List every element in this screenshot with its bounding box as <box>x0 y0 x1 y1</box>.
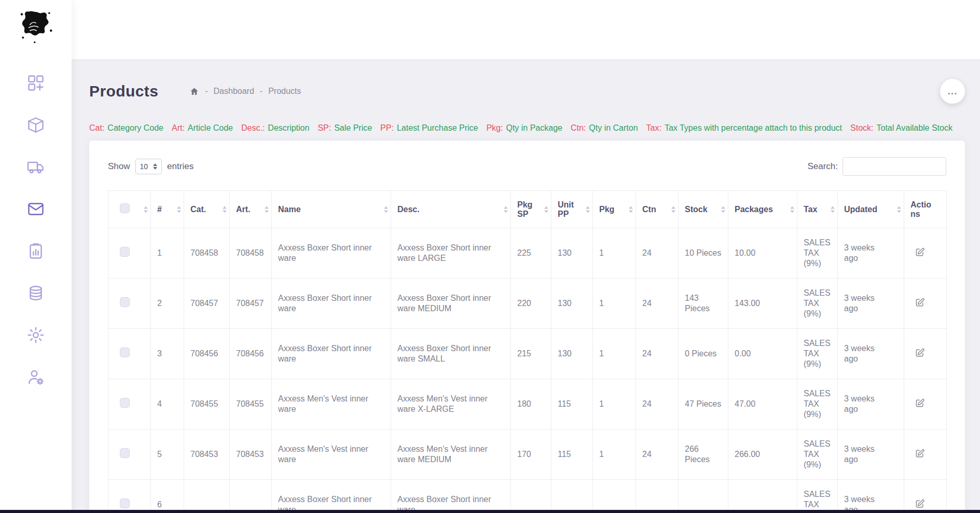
box-icon <box>26 116 45 134</box>
cell-updated: 3 weeks ago <box>838 329 904 379</box>
clipboard-chart-icon <box>26 242 45 260</box>
table-row: 2 708457 708457 Axxess Boxer Short inner… <box>108 279 947 329</box>
cell-description: Axxess Men's Vest inner ware MEDIUM <box>391 429 511 480</box>
column-header-sel[interactable] <box>108 191 151 228</box>
column-header-label: Desc. <box>397 205 420 214</box>
column-header-label: Tax <box>804 205 817 214</box>
select-all-checkbox[interactable] <box>120 203 130 213</box>
grid-plus-icon <box>26 74 45 92</box>
row-checkbox[interactable] <box>120 297 130 307</box>
cell-select <box>108 279 151 329</box>
sort-icon <box>831 206 835 213</box>
sort-icon <box>223 206 227 213</box>
app-logo[interactable] <box>17 7 54 45</box>
edit-row-button[interactable] <box>915 348 925 358</box>
legend-label: Tax: <box>646 123 661 132</box>
home-icon[interactable] <box>189 87 199 96</box>
cell-actions <box>904 329 947 379</box>
row-checkbox[interactable] <box>120 498 130 508</box>
cell-actions <box>904 480 947 513</box>
legend-text: Article Code <box>188 123 233 132</box>
table-row: 5 708453 708453 Axxess Men's Vest inner … <box>108 429 947 480</box>
sidebar-item-reports[interactable] <box>23 239 48 264</box>
legend-label: Cat: <box>89 123 104 132</box>
search-input[interactable] <box>843 157 946 176</box>
column-header-updated[interactable]: Updated <box>838 191 904 228</box>
sidebar-item-products[interactable] <box>23 113 48 137</box>
sidebar-item-finance[interactable] <box>23 281 48 306</box>
legend-text: Latest Purchase Price <box>397 123 478 132</box>
edit-row-button[interactable] <box>915 498 925 509</box>
cell-description: Axxess Boxer Short inner ware LARGE <box>391 228 511 279</box>
legend-text: Qty in Package <box>506 123 562 132</box>
cell-pkg-sp: 215 <box>511 329 551 379</box>
legend-text: Qty in Carton <box>589 123 638 132</box>
legend-text: Tax Types with percentage attach to this… <box>665 123 842 132</box>
cell-ctn: 24 <box>636 329 679 379</box>
breadcrumb-products[interactable]: Products <box>268 87 301 96</box>
column-header-art[interactable]: Art. <box>230 191 272 228</box>
cell-updated: 3 weeks ago <box>838 379 904 429</box>
row-checkbox[interactable] <box>120 247 130 257</box>
sidebar-item-settings[interactable] <box>23 323 48 348</box>
sort-icon <box>504 206 508 213</box>
column-header-label: Art. <box>236 205 251 214</box>
cell-updated: 3 weeks ago <box>838 228 904 279</box>
cell-unit-pp: 130 <box>551 228 593 279</box>
products-table-body: 1 708458 708458 Axxess Boxer Short inner… <box>108 228 947 513</box>
cell-actions <box>904 228 947 279</box>
column-header-number[interactable]: # <box>151 191 184 228</box>
sort-icon <box>144 206 148 213</box>
sidebar-item-inbox[interactable] <box>23 197 48 221</box>
column-header-packages[interactable]: Packages <box>728 191 797 228</box>
row-checkbox[interactable] <box>120 448 130 458</box>
cell-article-code: 708453 <box>230 429 272 480</box>
column-header-stock[interactable]: Stock <box>679 191 728 228</box>
cell-tax: SALES TAX (9%) <box>797 379 838 429</box>
cell-actions <box>904 429 947 480</box>
table-row: 4 708455 708455 Axxess Men's Vest inner … <box>108 379 947 429</box>
edit-row-button[interactable] <box>915 448 925 459</box>
edit-row-button[interactable] <box>915 247 925 257</box>
edit-row-button[interactable] <box>915 398 925 408</box>
breadcrumb-dashboard[interactable]: Dashboard <box>214 87 254 96</box>
cell-pkg-sp: 180 <box>511 379 551 429</box>
column-header-unit_pp[interactable]: Unit PP <box>551 191 593 228</box>
table-row: 3 708456 708456 Axxess Boxer Short inner… <box>108 329 947 379</box>
more-options-button[interactable]: ... <box>940 79 965 104</box>
cell-pkg-sp: 170 <box>511 429 551 480</box>
column-header-cat[interactable]: Cat. <box>184 191 230 228</box>
column-header-ctn[interactable]: Ctn <box>636 191 679 228</box>
sidebar-item-dashboard[interactable] <box>23 71 48 95</box>
column-header-name[interactable]: Name <box>272 191 391 228</box>
cell-ctn: 24 <box>636 228 679 279</box>
cell-pkg-sp <box>511 480 551 513</box>
sort-icon <box>265 206 269 213</box>
cell-name: Axxess Boxer Short inner ware <box>272 329 391 379</box>
cell-category-code: 708457 <box>184 279 230 329</box>
column-header-desc[interactable]: Desc. <box>391 191 511 228</box>
legend-text: Total Available Stock <box>877 123 953 132</box>
cell-pkg <box>593 480 636 513</box>
ink-splat-logo-icon <box>17 7 54 45</box>
column-header-pkg_sp[interactable]: Pkg SP <box>511 191 551 228</box>
legend-label: Art: <box>172 123 185 132</box>
cell-updated: 3 weeks ago <box>838 429 904 480</box>
cell-pkg: 1 <box>593 429 636 480</box>
row-checkbox[interactable] <box>120 398 130 408</box>
cell-stock: 143 Pieces <box>679 279 728 329</box>
topbar <box>0 0 980 59</box>
cell-packages: 47.00 <box>728 379 797 429</box>
entries-select[interactable]: 10 <box>135 159 162 174</box>
cell-description: Axxess Boxer Short inner ware SMALL <box>391 329 511 379</box>
sort-icon <box>897 206 901 213</box>
sidebar-item-delivery[interactable] <box>23 155 48 179</box>
edit-row-button[interactable] <box>915 297 925 308</box>
cell-stock <box>679 480 728 513</box>
sidebar-item-user-admin[interactable] <box>23 365 48 390</box>
column-header-pkg[interactable]: Pkg <box>593 191 636 228</box>
table-row: 6 Axxess Boxer Short inner ware Axxess B… <box>108 480 947 513</box>
column-header-tax[interactable]: Tax <box>797 191 838 228</box>
row-checkbox[interactable] <box>120 348 130 357</box>
cell-article-code: 708456 <box>230 329 272 379</box>
